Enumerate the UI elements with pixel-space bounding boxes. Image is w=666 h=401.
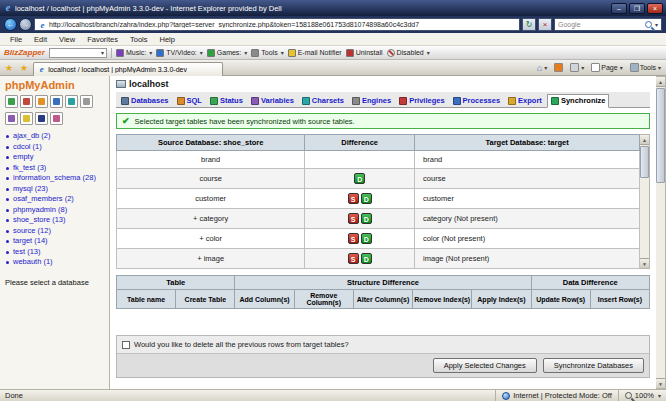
scrollbar-track[interactable] (656, 87, 665, 378)
minimize-button[interactable]: – (611, 3, 627, 14)
browser-tab[interactable]: e localhost / localhost | phpMyAdmin 3.3… (33, 62, 223, 76)
database-link-fk_test[interactable]: fk_test (3) (5, 163, 104, 174)
tab-privileges[interactable]: Privileges (396, 95, 447, 107)
scrollbar-thumb[interactable] (640, 146, 649, 178)
toolbar-uninstall[interactable]: Uninstall (346, 49, 383, 57)
tab-status[interactable]: Status (207, 95, 246, 107)
nav-home-button[interactable] (5, 95, 18, 108)
nav-collapse-button[interactable] (50, 112, 63, 125)
search-box[interactable]: Google ▾ (554, 18, 662, 31)
zoom-control[interactable]: 100% ▾ (618, 390, 661, 401)
data-diff-badge[interactable]: D (361, 253, 372, 264)
synchronize-databases-button[interactable]: Synchronize Databases (543, 358, 644, 373)
nav-pma-docs-button[interactable] (50, 95, 63, 108)
tab-databases[interactable]: Databases (118, 95, 172, 107)
toolbar-search-combo[interactable]: ▾ (49, 48, 107, 58)
nav-refresh-button[interactable] (5, 112, 18, 125)
toolbar-disabled[interactable]: Disabled▾ (387, 49, 430, 57)
add-favorite-star-icon[interactable]: ★ (18, 62, 30, 74)
database-link-osaf_members[interactable]: osaf_members (2) (5, 194, 104, 205)
menu-edit[interactable]: Edit (28, 35, 53, 44)
tab-processes[interactable]: Processes (450, 95, 504, 107)
toolbar-email-notifier[interactable]: E-mail Notifier (288, 49, 342, 57)
disabled-icon (387, 49, 395, 57)
tools-menu-button[interactable]: Tools▾ (628, 63, 663, 72)
structure-diff-badge[interactable]: S (348, 193, 359, 204)
select-database-hint: Please select a database (5, 278, 104, 287)
group-header-structure-difference: Structure Difference (235, 276, 531, 290)
database-link-source[interactable]: source (12) (5, 226, 104, 237)
toolbar-games[interactable]: Games:▾ (207, 49, 248, 57)
tools-icon (251, 49, 259, 57)
database-link-webauth[interactable]: webauth (1) (5, 257, 104, 268)
scrollbar-track[interactable] (640, 145, 649, 258)
target-table-name: color (Not present) (415, 229, 640, 249)
menu-tools[interactable]: Tools (124, 35, 154, 44)
favorites-star-icon[interactable]: ★ (3, 62, 15, 74)
maximize-button[interactable]: ❐ (629, 3, 645, 14)
sync-table-scrollbar[interactable]: ▲ ▼ (640, 134, 650, 269)
server-icon (116, 80, 126, 88)
tab-export[interactable]: Export (505, 95, 545, 107)
toolbar-music[interactable]: Music:▾ (116, 49, 152, 57)
tab-charsets[interactable]: Charsets (299, 95, 347, 107)
database-link-shoe_store[interactable]: shoe_store (13) (5, 215, 104, 226)
structure-diff-badge[interactable]: S (348, 213, 359, 224)
delete-previous-rows-option[interactable]: Would you like to delete all the previou… (117, 336, 649, 353)
refresh-button[interactable]: ↻ (522, 18, 536, 31)
menu-help[interactable]: Help (154, 35, 181, 44)
toolbar-tv-video[interactable]: TV/Video:▾ (156, 49, 203, 57)
url-field[interactable]: e http://localhost/branch/zahra/index.ph… (34, 18, 520, 31)
scroll-up-icon[interactable]: ▲ (656, 77, 665, 87)
menu-favorites[interactable]: Favorites (81, 35, 124, 44)
database-link-phpmyadmin[interactable]: phpmyadmin (8) (5, 205, 104, 216)
menu-file[interactable]: File (4, 35, 28, 44)
back-button[interactable]: ← (4, 18, 17, 31)
scroll-down-icon[interactable]: ▼ (656, 378, 665, 388)
database-link-test[interactable]: test (13) (5, 247, 104, 258)
scroll-up-icon[interactable]: ▲ (640, 135, 649, 145)
tab-engines[interactable]: Engines (349, 95, 394, 107)
server-name[interactable]: localhost (129, 79, 169, 89)
database-link-cdcol[interactable]: cdcol (1) (5, 142, 104, 153)
database-link-empty[interactable]: empty (5, 152, 104, 163)
nav-mysql-docs-button[interactable] (65, 95, 78, 108)
print-button[interactable]: ▾ (568, 63, 586, 72)
zoom-dropdown-icon[interactable]: ▾ (658, 392, 661, 399)
tab-variables[interactable]: Variables (248, 95, 297, 107)
close-button[interactable]: × (647, 3, 663, 14)
data-diff-badge[interactable]: D (361, 193, 372, 204)
stop-button[interactable]: × (538, 18, 552, 31)
feeds-button[interactable] (552, 63, 565, 72)
apply-selected-changes-button[interactable]: Apply Selected Changes (433, 358, 537, 373)
nav-search-button[interactable] (20, 112, 33, 125)
menu-view[interactable]: View (53, 35, 81, 44)
search-dropdown-icon[interactable]: ▾ (655, 21, 658, 28)
forward-button[interactable]: → (19, 18, 32, 31)
data-diff-badge[interactable]: D (361, 233, 372, 244)
home-button[interactable]: ⌂▾ (535, 63, 549, 73)
page-scrollbar[interactable]: ▲ ▼ (656, 76, 666, 389)
nav-settings-button[interactable] (80, 95, 93, 108)
search-icon[interactable] (645, 21, 652, 28)
nav-logout-button[interactable] (20, 95, 33, 108)
nav-sql-window-button[interactable] (35, 95, 48, 108)
toolbar-tools[interactable]: Tools▾ (251, 49, 283, 57)
data-diff-badge[interactable]: D (361, 213, 372, 224)
database-link-target[interactable]: target (14) (5, 236, 104, 247)
structure-diff-badge[interactable]: S (348, 253, 359, 264)
data-diff-badge[interactable]: D (354, 173, 365, 184)
scrollbar-thumb[interactable] (656, 88, 665, 183)
database-link-information_schema[interactable]: information_schema (28) (5, 173, 104, 184)
structure-diff-badge[interactable]: S (348, 233, 359, 244)
tab-sql[interactable]: SQL (174, 95, 205, 107)
database-link-ajax_db[interactable]: ajax_db (2) (5, 131, 104, 142)
nav-list-button[interactable] (35, 112, 48, 125)
group-header-data-difference: Data Difference (531, 276, 649, 290)
delete-rows-checkbox[interactable] (122, 341, 130, 349)
target-table-name: customer (415, 189, 640, 209)
tab-synchronize[interactable]: Synchronize (547, 94, 610, 108)
database-link-mysql[interactable]: mysql (23) (5, 184, 104, 195)
page-menu-button[interactable]: Page▾ (589, 63, 624, 72)
scroll-down-icon[interactable]: ▼ (640, 258, 649, 268)
